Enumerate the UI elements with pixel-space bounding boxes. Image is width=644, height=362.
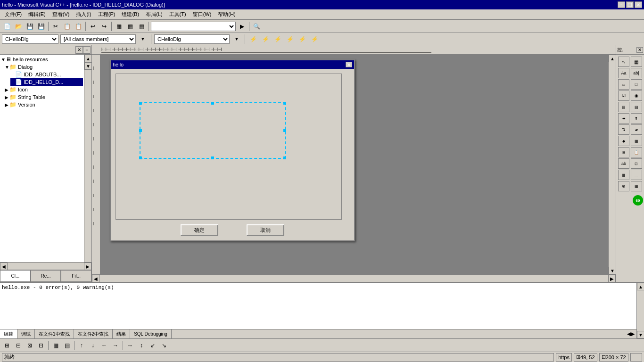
toolbar-build1[interactable]: ▦: [114, 21, 124, 32]
restore-btn[interactable]: ❐: [626, 1, 634, 8]
handle-ml[interactable]: [139, 129, 142, 132]
output-tab-result[interactable]: 结果: [113, 329, 130, 338]
left-panel-minimize[interactable]: －: [83, 46, 91, 54]
bottom-btn-3[interactable]: ⊠: [25, 340, 35, 351]
function-combo-btn[interactable]: ▼: [231, 34, 242, 44]
output-tab-sql[interactable]: SQL Debugging: [130, 329, 172, 338]
tab-file[interactable]: Fil...: [61, 270, 91, 282]
class-btn5[interactable]: ⚡: [297, 34, 307, 44]
handle-tl[interactable]: [139, 102, 142, 105]
bottom-btn-7[interactable]: ↑: [76, 340, 87, 351]
tree-stringtable-folder[interactable]: ▶ 📁 String Table: [5, 93, 83, 101]
bottom-btn-4[interactable]: ⊡: [36, 340, 46, 351]
output-tab-build[interactable]: 组建: [0, 329, 17, 338]
toolbar-save-all[interactable]: 💾: [36, 21, 46, 32]
toolbar-save[interactable]: 💾: [25, 21, 35, 32]
minimize-btn[interactable]: －: [618, 1, 625, 8]
bottom-btn-6[interactable]: ▤: [62, 340, 72, 351]
toolbar-build2[interactable]: ▦: [125, 21, 135, 32]
handle-mr[interactable]: [283, 129, 286, 132]
tool-combobox[interactable]: ▤: [631, 102, 642, 112]
editor-hscroll-right[interactable]: ▶: [608, 275, 616, 282]
tool-groupbox[interactable]: ▭: [618, 79, 629, 90]
close-btn[interactable]: ✕: [635, 1, 642, 8]
menu-edit[interactable]: 编辑(E): [25, 10, 49, 19]
left-scroll-down[interactable]: ▼: [84, 62, 91, 70]
handle-bl[interactable]: [139, 156, 142, 159]
menu-view[interactable]: 查看(V): [50, 10, 73, 19]
tool-vscrollbar[interactable]: ⬍: [631, 113, 642, 123]
toolbar-build3[interactable]: ▦: [136, 21, 147, 32]
toolbar-new[interactable]: 📄: [2, 21, 12, 32]
toolbar-undo[interactable]: ↩: [88, 21, 98, 32]
class-btn2[interactable]: ⚡: [260, 34, 271, 44]
menu-tools[interactable]: 工具(T): [166, 10, 189, 19]
toolbar-combo[interactable]: [151, 22, 236, 31]
tool-edit[interactable]: ab|: [631, 68, 642, 78]
ok-button[interactable]: 确定: [181, 224, 218, 236]
member-combo[interactable]: [All class members]: [60, 34, 136, 44]
left-panel-close[interactable]: ✕: [75, 46, 83, 54]
menu-file[interactable]: 文件(F): [2, 10, 25, 19]
handle-bm[interactable]: [211, 156, 214, 159]
dialog-inner[interactable]: [116, 74, 342, 220]
tool-custom[interactable]: ▦: [631, 181, 642, 191]
tree-idd-hello[interactable]: 📄 IDD_HELLO_D...: [10, 78, 83, 86]
bottom-btn-2[interactable]: ⊟: [13, 340, 24, 351]
tool-richedit[interactable]: ⊡: [631, 158, 642, 169]
output-scroll-down[interactable]: ▼: [637, 331, 644, 338]
tree-icon-folder[interactable]: ▶ 📁 Icon: [5, 86, 83, 93]
bottom-btn-9[interactable]: ←: [99, 340, 109, 351]
tree-dialog-folder[interactable]: ▼ 📁 Dialog: [5, 63, 83, 71]
output-tab-nav[interactable]: ◀▶: [625, 329, 636, 338]
toolbox-close-btn[interactable]: ✕: [636, 47, 643, 53]
class-btn6[interactable]: ⚡: [309, 34, 320, 44]
output-scroll-up[interactable]: ▲: [637, 283, 644, 290]
tool-picture[interactable]: ▦: [631, 57, 642, 67]
tool-treectrl[interactable]: ⊞: [618, 147, 629, 157]
toolbar-cut[interactable]: ✂: [50, 21, 61, 32]
left-hscroll-left[interactable]: ◀: [0, 263, 8, 270]
tool-monthcal[interactable]: …: [631, 170, 642, 180]
class-btn3[interactable]: ⚡: [272, 34, 283, 44]
bottom-btn-14[interactable]: ↘: [159, 340, 169, 351]
function-combo[interactable]: CHelloDlg: [154, 34, 230, 44]
handle-tr[interactable]: [283, 102, 286, 105]
toolbar-open[interactable]: 📂: [13, 21, 24, 32]
tool-datetime[interactable]: ▦: [618, 170, 629, 180]
editor-scroll-up[interactable]: ▲: [609, 55, 616, 62]
class-combo[interactable]: CHelloDlg: [2, 34, 58, 44]
bottom-btn-10[interactable]: →: [110, 340, 121, 351]
class-combo-btn[interactable]: ▼: [138, 34, 148, 44]
tab-class[interactable]: Cl...: [0, 270, 31, 282]
dialog-close-btn[interactable]: ✕: [346, 62, 352, 67]
class-btn1[interactable]: ⚡: [248, 34, 258, 44]
toolbar-paste[interactable]: 📋: [73, 21, 83, 32]
toolbar-redo[interactable]: ↪: [99, 21, 109, 32]
menu-window[interactable]: 窗口(W): [190, 10, 215, 19]
tree-root[interactable]: ▼ 🖥 hello resources: [1, 56, 83, 63]
bottom-btn-11[interactable]: ↔: [125, 340, 135, 351]
cancel-button[interactable]: 取消: [247, 224, 284, 236]
toolbar-go[interactable]: ▶: [237, 21, 247, 32]
tool-spin[interactable]: ⇅: [618, 124, 629, 135]
tool-static[interactable]: Aa: [618, 68, 629, 78]
tool-listbox[interactable]: ▤: [618, 102, 629, 112]
tool-select[interactable]: ↖: [618, 57, 629, 67]
output-tab-find1[interactable]: 在文件1中查找: [35, 329, 74, 338]
handle-tm[interactable]: [211, 102, 214, 105]
output-tab-debug[interactable]: 调试: [17, 329, 35, 338]
tab-resource[interactable]: Re...: [31, 270, 61, 282]
menu-project[interactable]: 工程(P): [95, 10, 118, 19]
tool-check[interactable]: ☑: [618, 90, 629, 101]
tool-tabctrl[interactable]: 📋: [631, 147, 642, 157]
editor-hscroll-left[interactable]: ◀: [92, 275, 99, 282]
tool-progress[interactable]: ▰: [631, 124, 642, 135]
tool-slider[interactable]: ◆: [618, 136, 629, 146]
tool-button[interactable]: □: [631, 79, 642, 90]
menu-help[interactable]: 帮助(H): [215, 10, 238, 19]
tree-idd-aboutb[interactable]: 📄 IDD_ABOUTB...: [10, 71, 83, 78]
class-btn4[interactable]: ⚡: [285, 34, 295, 44]
menu-build[interactable]: 组建(B): [119, 10, 142, 19]
toolbar-find[interactable]: 🔍: [251, 21, 262, 32]
